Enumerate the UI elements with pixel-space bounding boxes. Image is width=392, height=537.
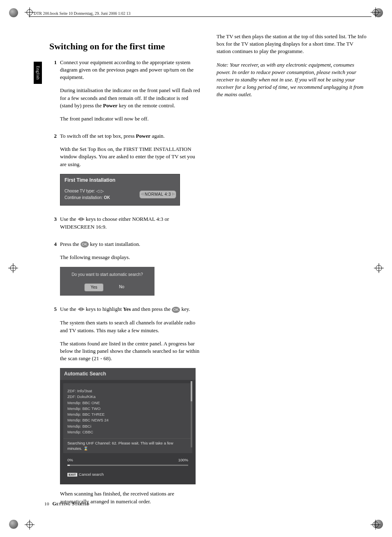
dialog-line: Choose TV type: ◁ ▷ <box>65 188 139 194</box>
list-item: ZDF: Info/3sat <box>67 388 188 394</box>
step-number: 2 <box>49 132 60 211</box>
step-number: 5 <box>49 306 60 511</box>
step-number: 1 <box>49 59 60 128</box>
list-item: Mendip: BBC NEWS 24 <box>67 417 188 423</box>
registration-mark-icon <box>371 520 380 530</box>
ok-button-icon: OK <box>81 241 89 248</box>
station-listing: ZDF: Info/3sat ZDF: Doku/KiKa Mendip: BB… <box>63 383 192 438</box>
body-text: With the Set Top Box on, the FIRST TIME … <box>60 146 200 168</box>
list-item: Mendip: CBBC <box>67 429 188 435</box>
exit-key-icon: EXIT <box>67 473 77 477</box>
automatic-search-dialog: Automatic Search ZDF: Info/3sat ZDF: Dok… <box>60 368 196 484</box>
body-text: During initialisation the indicator on t… <box>60 87 200 109</box>
registration-mark-icon <box>25 7 35 17</box>
body-text: Press the OK key to start installation. <box>60 241 200 248</box>
dialog-title: Automatic Search <box>60 368 196 380</box>
list-item: Mendip: BBC ONE <box>67 400 188 406</box>
body-text: The TV set then plays the station at the… <box>217 33 367 56</box>
tv-type-selector[interactable]: NORMAL 4:3 <box>139 190 176 199</box>
body-text: Use the keys to choose either NORMAL 4:3… <box>60 215 200 231</box>
page-header-meta: DTR 200.book Seite 10 Donnerstag, 29. Ju… <box>34 11 367 18</box>
step-number: 4 <box>49 241 60 301</box>
registration-mark-icon <box>25 520 35 530</box>
page-number: 10 <box>44 501 49 506</box>
dialog-question: Do you want to start automatic search? <box>64 272 150 278</box>
dialog-title: First Time Installation <box>60 174 180 186</box>
language-tab: English <box>34 62 42 84</box>
scrollbar-icon <box>191 381 192 447</box>
body-text: Use the keys to highlight Yes and then p… <box>60 306 200 313</box>
list-item: ZDF: Doku/KiKa <box>67 394 188 400</box>
body-text: The following message displays. <box>60 254 200 261</box>
progress-end-label: 100% <box>178 457 188 463</box>
auto-search-prompt: Do you want to start automatic search? Y… <box>60 267 154 296</box>
page-title: Switching on for the first time <box>49 40 200 53</box>
left-right-arrow-icon <box>78 216 85 223</box>
dialog-line: Continue installation: OK <box>65 194 139 201</box>
progress-bar <box>67 465 188 466</box>
cancel-search-hint: EXITCancel search <box>63 469 192 479</box>
search-status: Searching UHF Channel: 62. Please wait. … <box>63 438 192 453</box>
crop-mark-icon <box>9 8 18 17</box>
body-text: The system then starts to search all cha… <box>60 319 200 334</box>
body-text: The front panel indicator will now be of… <box>60 115 200 123</box>
list-item: Mendip: BBC THREE <box>67 412 188 417</box>
body-text: Connect your equipment according to the … <box>60 59 200 81</box>
page-footer: 10 Getting Started <box>44 500 90 507</box>
section-title: Getting Started <box>53 501 90 507</box>
list-item: Mendip: BBC TWO <box>67 406 188 412</box>
list-item: Mendip: BBCi <box>67 424 188 429</box>
body-text: To switch off the set top box, press Pow… <box>60 132 200 140</box>
ok-button-icon: OK <box>172 307 180 313</box>
registration-mark-icon <box>8 263 18 273</box>
no-button[interactable]: No <box>113 283 130 292</box>
note-text: Note: Your receiver, as with any electro… <box>217 61 367 99</box>
step-number: 3 <box>49 215 60 236</box>
header-rule <box>29 16 371 17</box>
first-time-installation-dialog: First Time Installation Choose TV type: … <box>60 174 180 206</box>
body-text: The stations found are listed in the cen… <box>60 340 200 363</box>
registration-mark-icon <box>371 7 380 17</box>
crop-mark-icon <box>9 520 18 529</box>
yes-button[interactable]: Yes <box>84 283 103 292</box>
progress-start-label: 0% <box>67 457 73 463</box>
registration-mark-icon <box>374 263 384 273</box>
left-right-arrow-icon <box>78 306 85 313</box>
